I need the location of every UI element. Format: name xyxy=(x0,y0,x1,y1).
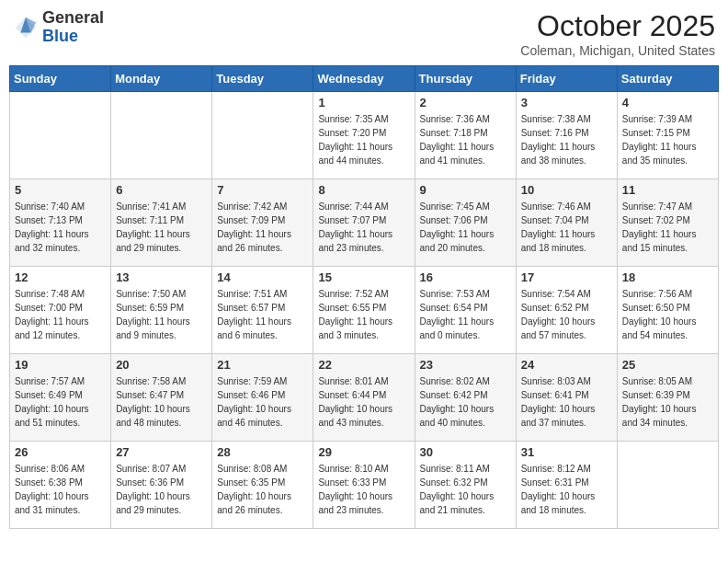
day-number: 13 xyxy=(116,270,207,284)
calendar-cell xyxy=(212,92,313,179)
calendar-cell: 2Sunrise: 7:36 AM Sunset: 7:18 PM Daylig… xyxy=(415,92,516,179)
day-info: Sunrise: 7:54 AM Sunset: 6:52 PM Dayligh… xyxy=(521,287,612,342)
day-info: Sunrise: 7:41 AM Sunset: 7:11 PM Dayligh… xyxy=(116,200,207,255)
week-row-2: 5Sunrise: 7:40 AM Sunset: 7:13 PM Daylig… xyxy=(10,179,719,267)
day-info: Sunrise: 7:57 AM Sunset: 6:49 PM Dayligh… xyxy=(15,374,106,430)
calendar-cell: 1Sunrise: 7:35 AM Sunset: 7:20 PM Daylig… xyxy=(313,92,415,179)
day-number: 4 xyxy=(622,96,713,109)
calendar-cell: 13Sunrise: 7:50 AM Sunset: 6:59 PM Dayli… xyxy=(111,267,212,354)
calendar-cell: 9Sunrise: 7:45 AM Sunset: 7:06 PM Daylig… xyxy=(415,179,516,267)
day-number: 21 xyxy=(217,358,308,372)
calendar-cell: 15Sunrise: 7:52 AM Sunset: 6:55 PM Dayli… xyxy=(313,267,415,354)
calendar-cell: 8Sunrise: 7:44 AM Sunset: 7:07 PM Daylig… xyxy=(313,179,415,267)
day-info: Sunrise: 8:11 AM Sunset: 6:32 PM Dayligh… xyxy=(420,462,511,517)
logo-blue: Blue xyxy=(42,27,78,45)
calendar-cell: 22Sunrise: 8:01 AM Sunset: 6:44 PM Dayli… xyxy=(313,354,415,442)
day-info: Sunrise: 7:39 AM Sunset: 7:15 PM Dayligh… xyxy=(622,112,713,167)
day-info: Sunrise: 8:12 AM Sunset: 6:31 PM Dayligh… xyxy=(521,462,612,517)
day-info: Sunrise: 7:56 AM Sunset: 6:50 PM Dayligh… xyxy=(622,287,713,342)
week-row-3: 12Sunrise: 7:48 AM Sunset: 7:00 PM Dayli… xyxy=(10,267,719,354)
day-info: Sunrise: 7:42 AM Sunset: 7:09 PM Dayligh… xyxy=(217,200,308,255)
day-number: 19 xyxy=(15,358,106,372)
day-info: Sunrise: 7:35 AM Sunset: 7:20 PM Dayligh… xyxy=(318,112,409,167)
day-info: Sunrise: 8:08 AM Sunset: 6:35 PM Dayligh… xyxy=(217,462,308,517)
day-info: Sunrise: 8:10 AM Sunset: 6:33 PM Dayligh… xyxy=(318,462,409,517)
day-number: 20 xyxy=(116,358,207,372)
page-header: General Blue October 2025 Coleman, Michi… xyxy=(9,9,719,58)
calendar-cell: 26Sunrise: 8:06 AM Sunset: 6:38 PM Dayli… xyxy=(10,442,111,529)
calendar-cell: 14Sunrise: 7:51 AM Sunset: 6:57 PM Dayli… xyxy=(212,267,313,354)
calendar-cell: 31Sunrise: 8:12 AM Sunset: 6:31 PM Dayli… xyxy=(516,442,617,529)
calendar-cell: 10Sunrise: 7:46 AM Sunset: 7:04 PM Dayli… xyxy=(516,179,617,267)
day-info: Sunrise: 7:48 AM Sunset: 7:00 PM Dayligh… xyxy=(15,287,106,342)
day-info: Sunrise: 8:02 AM Sunset: 6:42 PM Dayligh… xyxy=(420,374,511,430)
day-info: Sunrise: 7:36 AM Sunset: 7:18 PM Dayligh… xyxy=(420,112,511,167)
day-info: Sunrise: 7:45 AM Sunset: 7:06 PM Dayligh… xyxy=(420,200,511,255)
day-number: 11 xyxy=(622,183,713,197)
day-number: 16 xyxy=(420,270,511,284)
day-info: Sunrise: 7:58 AM Sunset: 6:47 PM Dayligh… xyxy=(116,374,207,430)
calendar-cell: 21Sunrise: 7:59 AM Sunset: 6:46 PM Dayli… xyxy=(212,354,313,442)
day-info: Sunrise: 8:03 AM Sunset: 6:41 PM Dayligh… xyxy=(521,374,612,430)
logo-icon xyxy=(13,15,39,40)
day-header-thursday: Thursday xyxy=(415,66,516,92)
calendar-cell: 18Sunrise: 7:56 AM Sunset: 6:50 PM Dayli… xyxy=(617,267,718,354)
day-number: 3 xyxy=(521,96,612,109)
day-number: 26 xyxy=(15,445,106,459)
calendar-header: SundayMondayTuesdayWednesdayThursdayFrid… xyxy=(10,66,719,92)
calendar-cell xyxy=(10,92,111,179)
days-header-row: SundayMondayTuesdayWednesdayThursdayFrid… xyxy=(10,66,719,92)
day-number: 8 xyxy=(318,183,409,197)
calendar-cell: 17Sunrise: 7:54 AM Sunset: 6:52 PM Dayli… xyxy=(516,267,617,354)
day-info: Sunrise: 7:38 AM Sunset: 7:16 PM Dayligh… xyxy=(521,112,612,167)
calendar-cell: 29Sunrise: 8:10 AM Sunset: 6:33 PM Dayli… xyxy=(313,442,415,529)
day-number: 2 xyxy=(420,96,511,109)
day-number: 28 xyxy=(217,445,308,459)
calendar-cell: 28Sunrise: 8:08 AM Sunset: 6:35 PM Dayli… xyxy=(212,442,313,529)
day-number: 29 xyxy=(318,445,409,459)
day-number: 9 xyxy=(420,183,511,197)
day-number: 5 xyxy=(15,183,106,197)
calendar-cell: 7Sunrise: 7:42 AM Sunset: 7:09 PM Daylig… xyxy=(212,179,313,267)
day-info: Sunrise: 7:46 AM Sunset: 7:04 PM Dayligh… xyxy=(521,200,612,255)
calendar-cell: 24Sunrise: 8:03 AM Sunset: 6:41 PM Dayli… xyxy=(516,354,617,442)
day-info: Sunrise: 7:51 AM Sunset: 6:57 PM Dayligh… xyxy=(217,287,308,342)
day-number: 17 xyxy=(521,270,612,284)
calendar-cell: 6Sunrise: 7:41 AM Sunset: 7:11 PM Daylig… xyxy=(111,179,212,267)
day-number: 6 xyxy=(116,183,207,197)
week-row-5: 26Sunrise: 8:06 AM Sunset: 6:38 PM Dayli… xyxy=(10,442,719,529)
calendar-cell: 25Sunrise: 8:05 AM Sunset: 6:39 PM Dayli… xyxy=(617,354,718,442)
day-number: 18 xyxy=(622,270,713,284)
day-header-tuesday: Tuesday xyxy=(212,66,313,92)
calendar-cell: 12Sunrise: 7:48 AM Sunset: 7:00 PM Dayli… xyxy=(10,267,111,354)
day-number: 31 xyxy=(521,445,612,459)
calendar-cell xyxy=(617,442,718,529)
calendar-cell: 4Sunrise: 7:39 AM Sunset: 7:15 PM Daylig… xyxy=(617,92,718,179)
day-number: 1 xyxy=(318,96,409,109)
day-info: Sunrise: 7:53 AM Sunset: 6:54 PM Dayligh… xyxy=(420,287,511,342)
day-number: 30 xyxy=(420,445,511,459)
day-number: 22 xyxy=(318,358,409,372)
day-header-friday: Friday xyxy=(516,66,617,92)
logo-general: General xyxy=(42,8,104,27)
calendar-cell: 3Sunrise: 7:38 AM Sunset: 7:16 PM Daylig… xyxy=(516,92,617,179)
calendar-cell: 30Sunrise: 8:11 AM Sunset: 6:32 PM Dayli… xyxy=(415,442,516,529)
calendar: SundayMondayTuesdayWednesdayThursdayFrid… xyxy=(9,65,719,529)
title-block: October 2025 Coleman, Michigan, United S… xyxy=(520,9,715,58)
calendar-cell xyxy=(111,92,212,179)
day-info: Sunrise: 8:07 AM Sunset: 6:36 PM Dayligh… xyxy=(116,462,207,517)
day-info: Sunrise: 7:47 AM Sunset: 7:02 PM Dayligh… xyxy=(622,200,713,255)
calendar-cell: 11Sunrise: 7:47 AM Sunset: 7:02 PM Dayli… xyxy=(617,179,718,267)
day-header-monday: Monday xyxy=(111,66,212,92)
week-row-1: 1Sunrise: 7:35 AM Sunset: 7:20 PM Daylig… xyxy=(10,92,719,179)
calendar-cell: 16Sunrise: 7:53 AM Sunset: 6:54 PM Dayli… xyxy=(415,267,516,354)
day-info: Sunrise: 7:52 AM Sunset: 6:55 PM Dayligh… xyxy=(318,287,409,342)
logo: General Blue xyxy=(13,9,104,46)
day-number: 12 xyxy=(15,270,106,284)
day-header-sunday: Sunday xyxy=(10,66,111,92)
calendar-cell: 27Sunrise: 8:07 AM Sunset: 6:36 PM Dayli… xyxy=(111,442,212,529)
day-info: Sunrise: 8:06 AM Sunset: 6:38 PM Dayligh… xyxy=(15,462,106,517)
day-info: Sunrise: 7:44 AM Sunset: 7:07 PM Dayligh… xyxy=(318,200,409,255)
location: Coleman, Michigan, United States xyxy=(520,43,715,58)
day-number: 24 xyxy=(521,358,612,372)
